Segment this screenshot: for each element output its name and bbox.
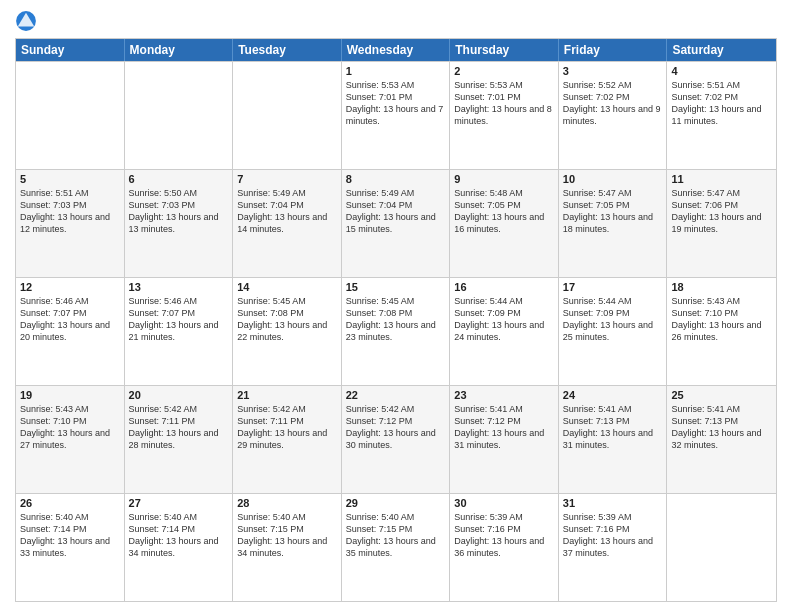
day-cell-9: 9Sunrise: 5:48 AM Sunset: 7:05 PM Daylig… [450,170,559,277]
day-number: 4 [671,65,772,77]
day-number: 5 [20,173,120,185]
weekday-header-tuesday: Tuesday [233,39,342,61]
day-number: 15 [346,281,446,293]
day-info: Sunrise: 5:39 AM Sunset: 7:16 PM Dayligh… [563,511,663,560]
weekday-header-sunday: Sunday [16,39,125,61]
day-cell-4: 4Sunrise: 5:51 AM Sunset: 7:02 PM Daylig… [667,62,776,169]
day-info: Sunrise: 5:49 AM Sunset: 7:04 PM Dayligh… [237,187,337,236]
day-cell-5: 5Sunrise: 5:51 AM Sunset: 7:03 PM Daylig… [16,170,125,277]
day-cell-15: 15Sunrise: 5:45 AM Sunset: 7:08 PM Dayli… [342,278,451,385]
calendar-row-3: 19Sunrise: 5:43 AM Sunset: 7:10 PM Dayli… [16,385,776,493]
day-cell-24: 24Sunrise: 5:41 AM Sunset: 7:13 PM Dayli… [559,386,668,493]
day-cell-18: 18Sunrise: 5:43 AM Sunset: 7:10 PM Dayli… [667,278,776,385]
weekday-header-thursday: Thursday [450,39,559,61]
day-cell-25: 25Sunrise: 5:41 AM Sunset: 7:13 PM Dayli… [667,386,776,493]
day-cell-6: 6Sunrise: 5:50 AM Sunset: 7:03 PM Daylig… [125,170,234,277]
day-cell-17: 17Sunrise: 5:44 AM Sunset: 7:09 PM Dayli… [559,278,668,385]
day-info: Sunrise: 5:45 AM Sunset: 7:08 PM Dayligh… [346,295,446,344]
day-number: 26 [20,497,120,509]
day-number: 8 [346,173,446,185]
day-cell-8: 8Sunrise: 5:49 AM Sunset: 7:04 PM Daylig… [342,170,451,277]
day-info: Sunrise: 5:41 AM Sunset: 7:13 PM Dayligh… [563,403,663,452]
day-info: Sunrise: 5:42 AM Sunset: 7:12 PM Dayligh… [346,403,446,452]
calendar: SundayMondayTuesdayWednesdayThursdayFrid… [15,38,777,602]
day-number: 21 [237,389,337,401]
page: SundayMondayTuesdayWednesdayThursdayFrid… [0,0,792,612]
day-number: 3 [563,65,663,77]
day-number: 13 [129,281,229,293]
weekday-header-wednesday: Wednesday [342,39,451,61]
day-cell-3: 3Sunrise: 5:52 AM Sunset: 7:02 PM Daylig… [559,62,668,169]
day-number: 12 [20,281,120,293]
day-number: 27 [129,497,229,509]
day-info: Sunrise: 5:51 AM Sunset: 7:03 PM Dayligh… [20,187,120,236]
day-info: Sunrise: 5:47 AM Sunset: 7:06 PM Dayligh… [671,187,772,236]
calendar-row-2: 12Sunrise: 5:46 AM Sunset: 7:07 PM Dayli… [16,277,776,385]
weekday-header-friday: Friday [559,39,668,61]
day-cell-27: 27Sunrise: 5:40 AM Sunset: 7:14 PM Dayli… [125,494,234,601]
day-info: Sunrise: 5:48 AM Sunset: 7:05 PM Dayligh… [454,187,554,236]
day-info: Sunrise: 5:43 AM Sunset: 7:10 PM Dayligh… [671,295,772,344]
day-info: Sunrise: 5:44 AM Sunset: 7:09 PM Dayligh… [454,295,554,344]
day-number: 31 [563,497,663,509]
day-info: Sunrise: 5:49 AM Sunset: 7:04 PM Dayligh… [346,187,446,236]
day-info: Sunrise: 5:40 AM Sunset: 7:14 PM Dayligh… [20,511,120,560]
day-info: Sunrise: 5:44 AM Sunset: 7:09 PM Dayligh… [563,295,663,344]
day-info: Sunrise: 5:42 AM Sunset: 7:11 PM Dayligh… [129,403,229,452]
day-number: 14 [237,281,337,293]
day-info: Sunrise: 5:53 AM Sunset: 7:01 PM Dayligh… [346,79,446,128]
day-number: 9 [454,173,554,185]
day-info: Sunrise: 5:53 AM Sunset: 7:01 PM Dayligh… [454,79,554,128]
day-info: Sunrise: 5:40 AM Sunset: 7:15 PM Dayligh… [346,511,446,560]
calendar-row-0: 1Sunrise: 5:53 AM Sunset: 7:01 PM Daylig… [16,61,776,169]
day-number: 24 [563,389,663,401]
day-number: 19 [20,389,120,401]
day-number: 23 [454,389,554,401]
calendar-header: SundayMondayTuesdayWednesdayThursdayFrid… [16,39,776,61]
empty-cell [233,62,342,169]
logo [15,10,39,32]
day-number: 25 [671,389,772,401]
day-info: Sunrise: 5:39 AM Sunset: 7:16 PM Dayligh… [454,511,554,560]
day-info: Sunrise: 5:51 AM Sunset: 7:02 PM Dayligh… [671,79,772,128]
day-cell-13: 13Sunrise: 5:46 AM Sunset: 7:07 PM Dayli… [125,278,234,385]
day-number: 22 [346,389,446,401]
weekday-header-monday: Monday [125,39,234,61]
day-number: 10 [563,173,663,185]
day-number: 11 [671,173,772,185]
day-cell-12: 12Sunrise: 5:46 AM Sunset: 7:07 PM Dayli… [16,278,125,385]
day-number: 2 [454,65,554,77]
day-info: Sunrise: 5:50 AM Sunset: 7:03 PM Dayligh… [129,187,229,236]
day-info: Sunrise: 5:42 AM Sunset: 7:11 PM Dayligh… [237,403,337,452]
day-cell-14: 14Sunrise: 5:45 AM Sunset: 7:08 PM Dayli… [233,278,342,385]
day-info: Sunrise: 5:43 AM Sunset: 7:10 PM Dayligh… [20,403,120,452]
day-info: Sunrise: 5:47 AM Sunset: 7:05 PM Dayligh… [563,187,663,236]
day-info: Sunrise: 5:41 AM Sunset: 7:13 PM Dayligh… [671,403,772,452]
day-info: Sunrise: 5:41 AM Sunset: 7:12 PM Dayligh… [454,403,554,452]
day-info: Sunrise: 5:46 AM Sunset: 7:07 PM Dayligh… [20,295,120,344]
day-cell-11: 11Sunrise: 5:47 AM Sunset: 7:06 PM Dayli… [667,170,776,277]
day-cell-7: 7Sunrise: 5:49 AM Sunset: 7:04 PM Daylig… [233,170,342,277]
weekday-header-saturday: Saturday [667,39,776,61]
day-cell-1: 1Sunrise: 5:53 AM Sunset: 7:01 PM Daylig… [342,62,451,169]
logo-icon [15,10,37,32]
day-number: 29 [346,497,446,509]
calendar-row-4: 26Sunrise: 5:40 AM Sunset: 7:14 PM Dayli… [16,493,776,601]
empty-cell [125,62,234,169]
day-info: Sunrise: 5:46 AM Sunset: 7:07 PM Dayligh… [129,295,229,344]
header [15,10,777,32]
day-number: 6 [129,173,229,185]
day-cell-2: 2Sunrise: 5:53 AM Sunset: 7:01 PM Daylig… [450,62,559,169]
day-number: 28 [237,497,337,509]
calendar-row-1: 5Sunrise: 5:51 AM Sunset: 7:03 PM Daylig… [16,169,776,277]
day-info: Sunrise: 5:45 AM Sunset: 7:08 PM Dayligh… [237,295,337,344]
calendar-body: 1Sunrise: 5:53 AM Sunset: 7:01 PM Daylig… [16,61,776,601]
day-cell-20: 20Sunrise: 5:42 AM Sunset: 7:11 PM Dayli… [125,386,234,493]
day-cell-21: 21Sunrise: 5:42 AM Sunset: 7:11 PM Dayli… [233,386,342,493]
day-number: 1 [346,65,446,77]
day-cell-19: 19Sunrise: 5:43 AM Sunset: 7:10 PM Dayli… [16,386,125,493]
empty-cell [16,62,125,169]
day-cell-30: 30Sunrise: 5:39 AM Sunset: 7:16 PM Dayli… [450,494,559,601]
day-cell-23: 23Sunrise: 5:41 AM Sunset: 7:12 PM Dayli… [450,386,559,493]
day-number: 18 [671,281,772,293]
